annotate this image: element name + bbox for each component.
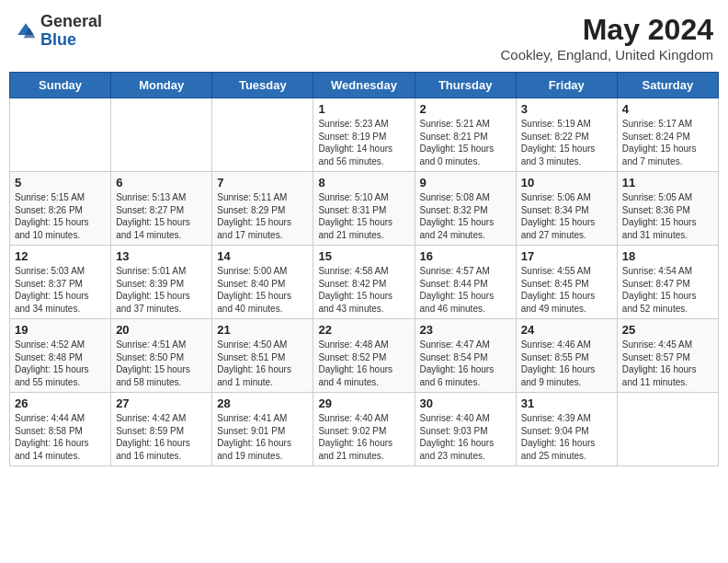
- page-header: General Blue May 2024 Cookley, England, …: [9, 9, 719, 66]
- day-number: 8: [318, 176, 409, 190]
- day-number: 24: [521, 323, 612, 337]
- day-info: Sunrise: 5:10 AMSunset: 8:31 PMDaylight:…: [318, 191, 409, 241]
- calendar-cell: 16Sunrise: 4:57 AMSunset: 8:44 PMDayligh…: [415, 246, 516, 319]
- calendar-cell: 14Sunrise: 5:00 AMSunset: 8:40 PMDayligh…: [212, 246, 313, 319]
- weekday-header-row: SundayMondayTuesdayWednesdayThursdayFrid…: [10, 73, 719, 98]
- calendar-week-row: 19Sunrise: 4:52 AMSunset: 8:48 PMDayligh…: [10, 319, 719, 393]
- day-info: Sunrise: 4:55 AMSunset: 8:45 PMDaylight:…: [521, 265, 612, 315]
- day-number: 26: [15, 396, 106, 410]
- calendar-cell: 22Sunrise: 4:48 AMSunset: 8:52 PMDayligh…: [313, 319, 415, 393]
- day-number: 13: [116, 249, 207, 263]
- day-number: 1: [318, 102, 409, 116]
- calendar-cell: 30Sunrise: 4:40 AMSunset: 9:03 PMDayligh…: [415, 393, 516, 466]
- calendar-cell: 10Sunrise: 5:06 AMSunset: 8:34 PMDayligh…: [516, 172, 617, 246]
- calendar-cell: 4Sunrise: 5:17 AMSunset: 8:24 PMDaylight…: [617, 98, 718, 172]
- calendar-cell: [10, 98, 111, 172]
- calendar-table: SundayMondayTuesdayWednesdayThursdayFrid…: [9, 72, 719, 466]
- day-number: 30: [420, 396, 511, 410]
- day-info: Sunrise: 5:23 AMSunset: 8:19 PMDaylight:…: [318, 118, 409, 167]
- calendar-cell: 18Sunrise: 4:54 AMSunset: 8:47 PMDayligh…: [617, 246, 718, 319]
- calendar-cell: 26Sunrise: 4:44 AMSunset: 8:58 PMDayligh…: [10, 393, 111, 466]
- day-number: 6: [116, 176, 207, 190]
- logo: General Blue: [15, 13, 102, 50]
- weekday-header-thursday: Thursday: [415, 73, 516, 98]
- day-number: 27: [116, 396, 207, 410]
- day-number: 5: [15, 176, 106, 190]
- day-info: Sunrise: 5:05 AMSunset: 8:36 PMDaylight:…: [622, 191, 713, 241]
- day-info: Sunrise: 5:03 AMSunset: 8:37 PMDaylight:…: [15, 265, 106, 315]
- day-number: 4: [622, 102, 713, 116]
- calendar-week-row: 12Sunrise: 5:03 AMSunset: 8:37 PMDayligh…: [10, 246, 719, 319]
- day-info: Sunrise: 4:51 AMSunset: 8:50 PMDaylight:…: [116, 339, 207, 388]
- calendar-cell: 19Sunrise: 4:52 AMSunset: 8:48 PMDayligh…: [10, 319, 111, 393]
- weekday-header-wednesday: Wednesday: [313, 73, 415, 98]
- day-number: 7: [217, 176, 308, 190]
- day-info: Sunrise: 4:45 AMSunset: 8:57 PMDaylight:…: [622, 339, 713, 388]
- day-info: Sunrise: 4:41 AMSunset: 9:01 PMDaylight:…: [217, 412, 308, 462]
- month-title: May 2024: [500, 13, 713, 47]
- day-info: Sunrise: 5:00 AMSunset: 8:40 PMDaylight:…: [217, 265, 308, 315]
- calendar-cell: 2Sunrise: 5:21 AMSunset: 8:21 PMDaylight…: [415, 98, 516, 172]
- day-info: Sunrise: 4:40 AMSunset: 9:02 PMDaylight:…: [318, 412, 409, 462]
- day-info: Sunrise: 4:54 AMSunset: 8:47 PMDaylight:…: [622, 265, 713, 315]
- day-info: Sunrise: 4:58 AMSunset: 8:42 PMDaylight:…: [318, 265, 409, 315]
- day-info: Sunrise: 5:08 AMSunset: 8:32 PMDaylight:…: [420, 191, 511, 241]
- day-number: 15: [318, 249, 409, 263]
- location: Cookley, England, United Kingdom: [500, 47, 713, 63]
- day-info: Sunrise: 5:21 AMSunset: 8:21 PMDaylight:…: [420, 118, 511, 167]
- calendar-cell: 29Sunrise: 4:40 AMSunset: 9:02 PMDayligh…: [313, 393, 415, 466]
- calendar-cell: 5Sunrise: 5:15 AMSunset: 8:26 PMDaylight…: [10, 172, 111, 246]
- day-info: Sunrise: 5:01 AMSunset: 8:39 PMDaylight:…: [116, 265, 207, 315]
- calendar-week-row: 5Sunrise: 5:15 AMSunset: 8:26 PMDaylight…: [10, 172, 719, 246]
- day-number: 9: [420, 176, 511, 190]
- day-number: 14: [217, 249, 308, 263]
- day-info: Sunrise: 4:44 AMSunset: 8:58 PMDaylight:…: [15, 412, 106, 462]
- weekday-header-sunday: Sunday: [10, 73, 111, 98]
- day-number: 19: [15, 323, 106, 337]
- calendar-cell: 23Sunrise: 4:47 AMSunset: 8:54 PMDayligh…: [415, 319, 516, 393]
- weekday-header-monday: Monday: [111, 73, 212, 98]
- day-info: Sunrise: 4:50 AMSunset: 8:51 PMDaylight:…: [217, 339, 308, 388]
- calendar-cell: 3Sunrise: 5:19 AMSunset: 8:22 PMDaylight…: [516, 98, 617, 172]
- day-number: 23: [420, 323, 511, 337]
- day-info: Sunrise: 4:42 AMSunset: 8:59 PMDaylight:…: [116, 412, 207, 462]
- day-number: 21: [217, 323, 308, 337]
- calendar-cell: 28Sunrise: 4:41 AMSunset: 9:01 PMDayligh…: [212, 393, 313, 466]
- calendar-cell: 15Sunrise: 4:58 AMSunset: 8:42 PMDayligh…: [313, 246, 415, 319]
- weekday-header-friday: Friday: [516, 73, 617, 98]
- day-info: Sunrise: 5:13 AMSunset: 8:27 PMDaylight:…: [116, 191, 207, 241]
- calendar-cell: 8Sunrise: 5:10 AMSunset: 8:31 PMDaylight…: [313, 172, 415, 246]
- day-number: 2: [420, 102, 511, 116]
- day-info: Sunrise: 4:52 AMSunset: 8:48 PMDaylight:…: [15, 339, 106, 388]
- day-info: Sunrise: 5:17 AMSunset: 8:24 PMDaylight:…: [622, 118, 713, 167]
- calendar-cell: 24Sunrise: 4:46 AMSunset: 8:55 PMDayligh…: [516, 319, 617, 393]
- calendar-cell: 25Sunrise: 4:45 AMSunset: 8:57 PMDayligh…: [617, 319, 718, 393]
- day-number: 10: [521, 176, 612, 190]
- day-info: Sunrise: 4:40 AMSunset: 9:03 PMDaylight:…: [420, 412, 511, 462]
- day-number: 22: [318, 323, 409, 337]
- day-number: 31: [521, 396, 612, 410]
- day-info: Sunrise: 5:06 AMSunset: 8:34 PMDaylight:…: [521, 191, 612, 241]
- weekday-header-saturday: Saturday: [617, 73, 718, 98]
- day-number: 16: [420, 249, 511, 263]
- day-number: 12: [15, 249, 106, 263]
- day-number: 17: [521, 249, 612, 263]
- calendar-cell: 31Sunrise: 4:39 AMSunset: 9:04 PMDayligh…: [516, 393, 617, 466]
- day-info: Sunrise: 4:48 AMSunset: 8:52 PMDaylight:…: [318, 339, 409, 388]
- calendar-cell: 1Sunrise: 5:23 AMSunset: 8:19 PMDaylight…: [313, 98, 415, 172]
- calendar-cell: 20Sunrise: 4:51 AMSunset: 8:50 PMDayligh…: [111, 319, 212, 393]
- logo-icon: [15, 20, 37, 42]
- calendar-cell: 7Sunrise: 5:11 AMSunset: 8:29 PMDaylight…: [212, 172, 313, 246]
- day-number: 11: [622, 176, 713, 190]
- calendar-cell: 9Sunrise: 5:08 AMSunset: 8:32 PMDaylight…: [415, 172, 516, 246]
- weekday-header-tuesday: Tuesday: [212, 73, 313, 98]
- day-number: 20: [116, 323, 207, 337]
- calendar-cell: [212, 98, 313, 172]
- calendar-cell: 17Sunrise: 4:55 AMSunset: 8:45 PMDayligh…: [516, 246, 617, 319]
- day-number: 25: [622, 323, 713, 337]
- calendar-cell: 13Sunrise: 5:01 AMSunset: 8:39 PMDayligh…: [111, 246, 212, 319]
- day-info: Sunrise: 4:39 AMSunset: 9:04 PMDaylight:…: [521, 412, 612, 462]
- day-number: 28: [217, 396, 308, 410]
- day-number: 29: [318, 396, 409, 410]
- calendar-cell: 21Sunrise: 4:50 AMSunset: 8:51 PMDayligh…: [212, 319, 313, 393]
